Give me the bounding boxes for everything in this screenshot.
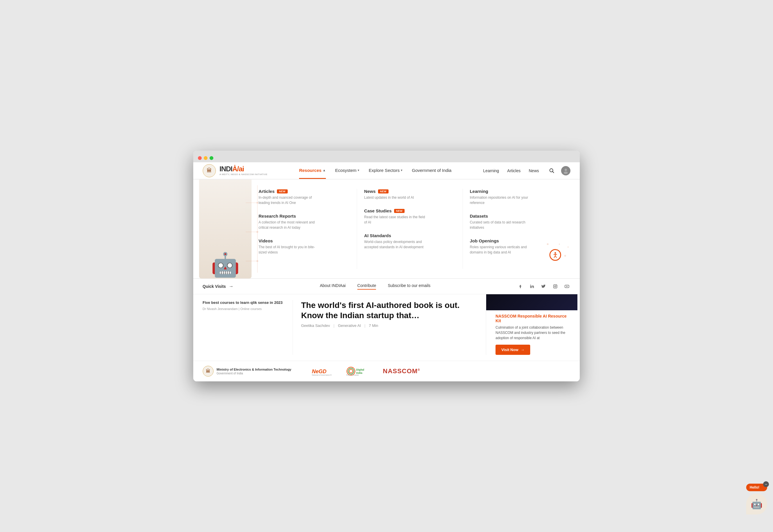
svg-point-24 bbox=[530, 285, 531, 286]
resource-card-description: Culmination of a joint collaboration bet… bbox=[496, 325, 568, 341]
resource-kit-bg-image bbox=[486, 294, 578, 310]
menu-col-1: Articles NEW In-depth and nuanced covera… bbox=[251, 189, 357, 269]
linkedin-icon[interactable] bbox=[529, 283, 536, 290]
quick-link-contribute[interactable]: Contribute bbox=[357, 283, 376, 290]
footer-ministry: 🏛 Ministry of Electronics & Information … bbox=[202, 366, 291, 377]
main-navigation: Resources ▲ Ecosystem ▾ Explore Sectors … bbox=[299, 163, 452, 179]
svg-text:Power To Empower: Power To Empower bbox=[346, 374, 359, 376]
facebook-icon[interactable] bbox=[517, 283, 524, 290]
svg-text:NeGD: NeGD bbox=[312, 369, 326, 374]
menu-item-case-studies[interactable]: Case Studies NEW Read the latest case st… bbox=[364, 208, 455, 225]
quick-link-about[interactable]: About INDIAai bbox=[320, 283, 346, 290]
footer-nasscom: NASSCOM® bbox=[383, 367, 420, 375]
gov-india-label: Government of India bbox=[216, 372, 291, 375]
instagram-icon[interactable] bbox=[552, 283, 559, 290]
footer-emblem: 🏛 bbox=[202, 366, 214, 377]
left-article-meta: Dr Nivash Jeevanandam | Online courses bbox=[202, 307, 286, 311]
digital-india-logo: Digital India Power To Empower bbox=[346, 366, 369, 376]
svg-point-20 bbox=[564, 255, 566, 257]
visit-now-button[interactable]: Visit Now → bbox=[496, 345, 530, 355]
main-content-area: Five best courses to learn qlik sense in… bbox=[193, 294, 580, 361]
svg-text:🏛: 🏛 bbox=[207, 167, 212, 173]
svg-marker-29 bbox=[566, 286, 568, 287]
logo-india: INDI bbox=[219, 165, 232, 172]
svg-point-36 bbox=[349, 369, 353, 373]
svg-rect-23 bbox=[530, 286, 531, 288]
site-logo[interactable]: INDIA●/ai A MEITY, NEGO & NASSCOM INITIA… bbox=[219, 165, 267, 176]
menu-item-videos[interactable]: Videos The best of AI brought to you in … bbox=[258, 238, 350, 255]
traffic-light-green[interactable] bbox=[209, 156, 213, 160]
svg-line-17 bbox=[555, 256, 557, 258]
top-nav-learning[interactable]: Learning bbox=[483, 168, 499, 173]
top-right-navigation: Learning Articles News bbox=[483, 168, 539, 173]
menu-item-learning[interactable]: Learning Information repositories on AI … bbox=[470, 189, 561, 205]
traffic-light-yellow[interactable] bbox=[204, 156, 207, 160]
menu-item-ai-standards[interactable]: AI Standards World-class policy developm… bbox=[364, 233, 455, 250]
logo-ai-accent: A● bbox=[232, 165, 237, 172]
svg-point-22 bbox=[568, 246, 569, 248]
svg-text:🏛: 🏛 bbox=[206, 369, 210, 374]
svg-point-27 bbox=[556, 285, 557, 286]
svg-rect-25 bbox=[554, 285, 557, 288]
arrow-right-icon: → bbox=[229, 284, 233, 289]
menu-item-datasets[interactable]: Datasets Curated sets of data to aid res… bbox=[470, 214, 561, 230]
quick-link-subscribe[interactable]: Subscribe to our emails bbox=[388, 283, 430, 290]
top-nav-articles[interactable]: Articles bbox=[507, 168, 521, 173]
top-actions bbox=[547, 166, 571, 175]
chevron-up-icon: ▲ bbox=[323, 168, 326, 172]
mega-menu-dropdown: 🤖 Articles NEW In-depth and nuan bbox=[193, 179, 580, 278]
svg-point-13 bbox=[554, 252, 556, 254]
twitter-icon[interactable] bbox=[540, 283, 547, 290]
user-avatar[interactable] bbox=[561, 166, 571, 175]
new-badge-articles: NEW bbox=[277, 189, 288, 193]
arrow-icon: → bbox=[521, 348, 524, 352]
footer-negd: NeGD National e-Governance Division bbox=[311, 367, 332, 376]
svg-line-3 bbox=[553, 171, 554, 173]
svg-point-26 bbox=[554, 286, 556, 287]
menu-item-research-reports[interactable]: Research Reports A collection of the mos… bbox=[258, 214, 350, 230]
article-meta: Geetika Sachdev | Generative AI | 7 Min bbox=[301, 323, 478, 328]
nav-government[interactable]: Government of India bbox=[412, 163, 452, 179]
svg-point-5 bbox=[564, 172, 568, 174]
menu-columns: Articles NEW In-depth and nuanced covera… bbox=[251, 189, 568, 269]
negd-logo: NeGD National e-Governance Division bbox=[311, 367, 332, 376]
quick-links: About INDIAai Contribute Subscribe to ou… bbox=[320, 283, 431, 290]
resource-kit-card: NASSCOM Responsible AI Resource Kit Culm… bbox=[486, 300, 571, 355]
new-badge-case-studies: NEW bbox=[394, 209, 405, 213]
top-nav-news[interactable]: News bbox=[529, 168, 539, 173]
main-headline: The world's first AI-authored book is ou… bbox=[301, 300, 478, 320]
social-icons bbox=[517, 283, 571, 290]
menu-col-2: News NEW Latest updates in the world of … bbox=[357, 189, 463, 269]
quick-visits-bar: Quick Visits → About INDIAai Contribute … bbox=[193, 278, 580, 294]
svg-text:Digital: Digital bbox=[356, 368, 364, 371]
robot-image: 🤖 bbox=[199, 179, 251, 279]
left-article-title: Five best courses to learn qlik sense in… bbox=[202, 300, 286, 305]
resource-card-title: NASSCOM Responsible AI Resource Kit bbox=[496, 314, 568, 323]
logo-ai: ai bbox=[239, 165, 244, 172]
new-badge-news: NEW bbox=[378, 189, 389, 193]
footer-bar: 🏛 Ministry of Electronics & Information … bbox=[193, 361, 580, 381]
youtube-icon[interactable] bbox=[564, 283, 571, 290]
quick-visits-label: Quick Visits → bbox=[202, 284, 233, 289]
logo-subtitle: A MEITY, NEGO & NASSCOM INITIATIVE bbox=[219, 173, 267, 176]
menu-item-news[interactable]: News NEW Latest updates in the world of … bbox=[364, 189, 455, 200]
menu-item-job-openings[interactable]: Job Openings Roles spanning various vert… bbox=[470, 238, 561, 255]
india-emblem: 🏛 bbox=[202, 164, 216, 177]
search-button[interactable] bbox=[547, 166, 557, 175]
traffic-light-red[interactable] bbox=[198, 156, 202, 160]
chevron-down-icon: ▾ bbox=[357, 168, 359, 172]
menu-item-articles[interactable]: Articles NEW In-depth and nuanced covera… bbox=[258, 189, 350, 205]
menu-col-3: Learning Information repositories on AI … bbox=[463, 189, 568, 269]
center-article[interactable]: The world's first AI-authored book is ou… bbox=[293, 300, 486, 355]
left-article[interactable]: Five best courses to learn qlik sense in… bbox=[202, 300, 293, 355]
chevron-down-icon: ▾ bbox=[401, 168, 403, 172]
svg-text:National e-Governance Division: National e-Governance Division bbox=[312, 374, 332, 376]
accessibility-button[interactable] bbox=[550, 249, 561, 261]
nav-ecosystem[interactable]: Ecosystem ▾ bbox=[335, 163, 359, 179]
nav-explore-sectors[interactable]: Explore Sectors ▾ bbox=[369, 163, 403, 179]
svg-point-4 bbox=[565, 169, 567, 171]
footer-digital-india: Digital India Power To Empower bbox=[346, 366, 369, 376]
nav-resources[interactable]: Resources ▲ bbox=[299, 163, 326, 179]
ministry-name: Ministry of Electronics & Information Te… bbox=[216, 367, 291, 372]
